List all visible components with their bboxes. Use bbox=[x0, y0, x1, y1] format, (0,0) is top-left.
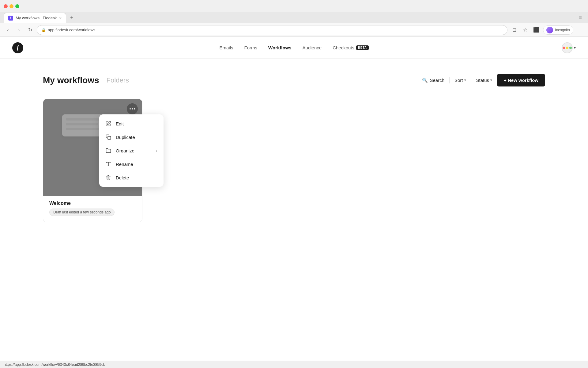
browser-menu-icon[interactable]: ≡ bbox=[579, 15, 582, 21]
page-header: My workflows Folders 🔍 Search Sort ▾ Sta… bbox=[43, 74, 545, 86]
browser-more-icon[interactable]: ⋮ bbox=[576, 26, 584, 34]
tab-title: My workflows | Flodesk bbox=[16, 16, 57, 20]
cast-icon[interactable]: ⊡ bbox=[510, 26, 518, 34]
maximize-dot[interactable] bbox=[15, 4, 19, 8]
back-button[interactable]: ‹ bbox=[4, 26, 12, 34]
divider-2 bbox=[471, 77, 471, 83]
tab-favicon: f bbox=[8, 16, 13, 21]
nav-checkouts[interactable]: Checkouts BETA bbox=[333, 45, 368, 50]
incognito-label: Incognito bbox=[555, 28, 570, 32]
main-content: My workflows Folders 🔍 Search Sort ▾ Sta… bbox=[0, 59, 588, 235]
security-lock-icon: 🔒 bbox=[41, 28, 46, 32]
browser-titlebar bbox=[0, 0, 588, 12]
minimize-dot[interactable] bbox=[9, 4, 13, 8]
workflow-grid: Edit Duplicate bbox=[43, 99, 545, 222]
app-logo[interactable]: f bbox=[12, 42, 23, 53]
preview-line-2 bbox=[66, 123, 98, 125]
browser-tab-bar: f My workflows | Flodesk × + ≡ bbox=[0, 12, 588, 23]
nav-forms[interactable]: Forms bbox=[244, 45, 258, 50]
folders-tab[interactable]: Folders bbox=[107, 76, 129, 84]
workflow-name: Welcome bbox=[49, 201, 136, 206]
status-bar: https://app.flodesk.com/workflow/6343c84… bbox=[0, 361, 588, 368]
context-menu-organize[interactable]: Organize › bbox=[99, 144, 164, 157]
close-dot[interactable] bbox=[4, 4, 8, 8]
incognito-avatar bbox=[546, 27, 553, 33]
status-filter-button[interactable]: Status ▾ bbox=[476, 78, 492, 83]
avatar-dots bbox=[563, 47, 572, 49]
workflow-card-info: Welcome Draft last edited a few seconds … bbox=[43, 196, 142, 222]
duplicate-icon bbox=[105, 134, 111, 140]
sort-chevron-icon: ▾ bbox=[464, 78, 466, 82]
new-workflow-button[interactable]: + New workflow bbox=[497, 74, 545, 86]
sort-button[interactable]: Sort ▾ bbox=[454, 78, 466, 83]
workflow-card-preview: Edit Duplicate bbox=[43, 99, 142, 196]
beta-badge: BETA bbox=[356, 45, 368, 50]
context-menu-delete[interactable]: Delete bbox=[99, 171, 164, 184]
edit-icon bbox=[105, 121, 111, 126]
avatar-dot-green bbox=[569, 47, 572, 49]
page-actions: 🔍 Search Sort ▾ Status ▾ + New workflow bbox=[422, 74, 545, 86]
search-button[interactable]: 🔍 Search bbox=[422, 78, 444, 83]
app-nav: f Emails Forms Workflows Audience Checko… bbox=[0, 37, 588, 59]
avatar-dot-yellow bbox=[566, 47, 568, 49]
nav-audience[interactable]: Audience bbox=[303, 45, 322, 50]
workflow-status-badge: Draft last edited a few seconds ago bbox=[49, 209, 115, 216]
browser-dots bbox=[4, 4, 19, 8]
more-dot-1 bbox=[130, 108, 131, 109]
new-tab-button[interactable]: + bbox=[67, 13, 76, 22]
browser-toolbar-actions: ⊡ ☆ ⬛ Incognito ⋮ bbox=[510, 25, 584, 35]
context-menu-duplicate[interactable]: Duplicate bbox=[99, 130, 164, 144]
url-text: app.flodesk.com/workflows bbox=[48, 28, 503, 32]
divider-1 bbox=[449, 77, 450, 83]
rename-icon bbox=[105, 161, 111, 167]
nav-workflows[interactable]: Workflows bbox=[268, 45, 292, 50]
delete-icon bbox=[105, 175, 111, 180]
browser-toolbar: ‹ › ↻ 🔒 app.flodesk.com/workflows ⊡ ☆ ⬛ … bbox=[0, 23, 588, 37]
incognito-badge[interactable]: Incognito bbox=[543, 25, 573, 35]
nav-links: Emails Forms Workflows Audience Checkout… bbox=[219, 45, 368, 50]
browser-chrome: f My workflows | Flodesk × + ≡ ‹ › ↻ 🔒 a… bbox=[0, 0, 588, 37]
more-dot-2 bbox=[132, 108, 133, 109]
status-url: https://app.flodesk.com/workflow/6343c84… bbox=[4, 362, 105, 367]
svg-rect-0 bbox=[108, 136, 111, 140]
organize-icon bbox=[105, 148, 111, 153]
page-title-group: My workflows Folders bbox=[43, 75, 129, 85]
user-menu-chevron[interactable]: ▾ bbox=[574, 46, 576, 50]
avatar-dot-red bbox=[563, 47, 565, 49]
browser-tab[interactable]: f My workflows | Flodesk × bbox=[4, 13, 66, 23]
context-menu: Edit Duplicate bbox=[99, 114, 164, 187]
more-dot-3 bbox=[134, 108, 135, 109]
forward-button[interactable]: › bbox=[15, 26, 23, 34]
workflow-card[interactable]: Edit Duplicate bbox=[43, 99, 142, 222]
bookmark-icon[interactable]: ☆ bbox=[521, 26, 530, 34]
submenu-arrow-icon: › bbox=[156, 148, 157, 153]
tab-close-button[interactable]: × bbox=[59, 16, 62, 21]
search-icon: 🔍 bbox=[422, 78, 428, 83]
extension-icon[interactable]: ⬛ bbox=[532, 26, 541, 34]
app: f Emails Forms Workflows Audience Checko… bbox=[0, 37, 588, 235]
status-chevron-icon: ▾ bbox=[490, 78, 492, 82]
user-avatar bbox=[562, 42, 573, 53]
context-menu-rename[interactable]: Rename bbox=[99, 157, 164, 171]
page-title: My workflows bbox=[43, 75, 99, 85]
app-user[interactable]: ▾ bbox=[562, 42, 576, 53]
context-menu-edit[interactable]: Edit bbox=[99, 117, 164, 130]
address-bar[interactable]: 🔒 app.flodesk.com/workflows bbox=[37, 25, 507, 35]
nav-emails[interactable]: Emails bbox=[219, 45, 233, 50]
workflow-more-button[interactable] bbox=[127, 103, 138, 114]
refresh-button[interactable]: ↻ bbox=[26, 26, 34, 34]
logo-mark: f bbox=[12, 42, 23, 53]
